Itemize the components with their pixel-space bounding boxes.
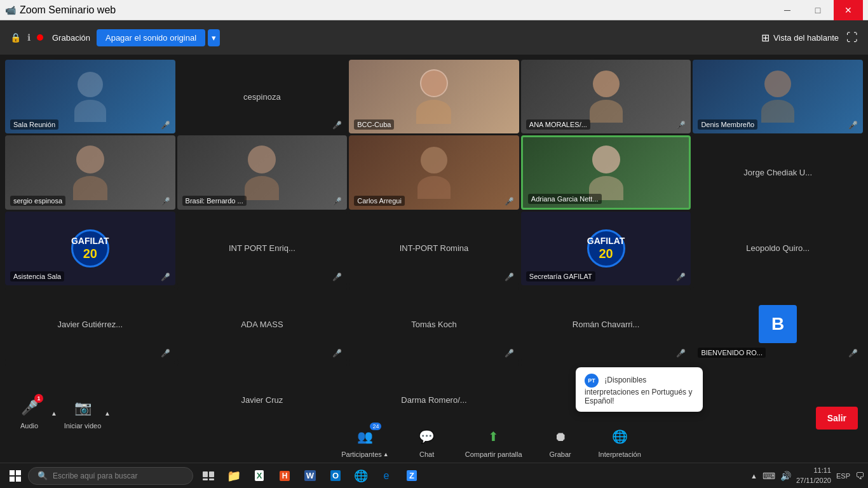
maximize-button[interactable]: □ — [803, 0, 832, 20]
participants-chevron: ▲ — [383, 451, 389, 458]
taskbar-edge-button[interactable]: e — [375, 464, 398, 487]
video-cell-tomas-koch[interactable]: Tomás Koch 🎤 — [349, 287, 519, 361]
video-cell-int-port-romina[interactable]: INT-PORT Romina 🎤 — [349, 212, 519, 285]
taskbar: 🔍 Escribe aquí para buscar 📁 X H W O — [0, 463, 868, 488]
recording-dot — [37, 34, 43, 41]
video-cell-javier-gutierrez[interactable]: Javier Gutiérrez... 🎤 — [5, 287, 175, 361]
bottom-toolbar: 🎤 1 Audio ▲ 📷 Iniciar video ▲ 👥 24 Parti… — [0, 421, 868, 463]
svg-rect-2 — [10, 477, 15, 482]
name-darma-romero: Darma Romero/... — [398, 393, 469, 407]
mute-icon-brasil: 🎤 — [332, 197, 342, 206]
video-cell-asistencia-sala[interactable]: GAFILAT 20 🎤 Asistencia Sala — [5, 212, 175, 285]
mute-icon-sala-reunion: 🎤 — [161, 121, 170, 130]
share-screen-icon: ⬆ — [488, 429, 499, 444]
taskbar-language: ESP — [836, 472, 850, 480]
taskbar-chrome-button[interactable]: 🌐 — [349, 464, 372, 487]
video-cell-bcc-cuba[interactable]: BCC-Cuba — [349, 60, 519, 133]
video-cell-denis-membreno[interactable]: 🎤 Denis Membreño — [693, 60, 863, 133]
search-icon: 🔍 — [37, 471, 48, 480]
mute-icon-cespinoza: 🎤 — [332, 121, 342, 130]
share-screen-label: Compartir pantalla — [465, 451, 522, 458]
camera-icon: 📷 — [74, 400, 92, 416]
mute-icon-carlos: 🎤 — [505, 197, 514, 206]
video-cell-int-port-enriq[interactable]: INT PORT Enriq... 🎤 — [177, 212, 348, 285]
name-tag-brasil-bernardo: Brasil: Bernardo ... — [182, 196, 247, 206]
participants-icon: 👥 — [357, 429, 373, 444]
close-button[interactable]: ✕ — [834, 0, 863, 20]
video-chevron[interactable]: ▲ — [104, 410, 111, 417]
video-button[interactable]: 📷 Iniciar video — [64, 396, 102, 430]
toolbar-right: ⊞ Vista del hablante ⛶ — [761, 31, 858, 44]
video-cell-ana-morales[interactable]: 🎤 ANA MORALES/... — [521, 60, 691, 133]
video-cell-leopoldo-quiro[interactable]: Leopoldo Quiro... — [693, 212, 863, 285]
participants-label: Participantes — [341, 451, 382, 458]
minimize-button[interactable]: ─ — [773, 0, 802, 20]
name-javier-gutierrez: Javier Gutiérrez... — [55, 317, 126, 332]
svg-rect-4 — [203, 471, 208, 477]
taskbar-excel-button[interactable]: X — [248, 464, 271, 487]
mute-icon-javier-gutierrez: 🎤 — [161, 349, 170, 358]
avatar-b: B — [759, 305, 797, 343]
taskbar-explorer-button[interactable]: 📁 — [222, 464, 245, 487]
interpretation-button[interactable]: 🌐 Interpretación — [599, 425, 641, 458]
name-int-port-romina: INT-PORT Romina — [397, 241, 471, 255]
top-toolbar: 🔒 ℹ Grabación Apagar el sonido original … — [0, 20, 868, 55]
participants-button[interactable]: 👥 24 Participantes ▲ — [341, 425, 389, 458]
video-cell-cespinoza[interactable]: cespinoza 🎤 — [177, 60, 348, 133]
video-cell-carlos-arregui[interactable]: 🎤 Carlos Arregui — [349, 135, 519, 209]
video-cell-bienvenido-ro[interactable]: B 🎤 BIENVENIDO RO... — [693, 287, 863, 361]
taskbar-word-button[interactable]: W — [299, 464, 322, 487]
video-cell-sala-reunion[interactable]: 🎤 Sala Reunión — [5, 60, 175, 133]
svg-rect-6 — [203, 478, 208, 480]
mute-icon-ada-mass: 🎤 — [332, 349, 342, 358]
share-screen-button[interactable]: ⬆ Compartir pantalla — [465, 425, 522, 458]
titlebar: 📹 Zoom Seminario web ─ □ ✕ — [0, 0, 868, 20]
video-cell-ada-mass[interactable]: ADA MASS 🎤 — [177, 287, 348, 361]
taskbar-search-box[interactable]: 🔍 Escribe aquí para buscar — [28, 467, 193, 485]
mute-original-button[interactable]: Apagar el sonido original — [97, 29, 205, 46]
audio-section: 🎤 1 Audio ▲ — [10, 396, 57, 430]
taskbar-chevron-up[interactable]: ▲ — [750, 472, 757, 480]
taskbar-outlook-button[interactable]: O — [324, 464, 347, 487]
titlebar-controls: ─ □ ✕ — [773, 0, 863, 20]
video-cell-jorge-chediak[interactable]: Jorge Chediak U... — [693, 135, 863, 209]
taskbar-zoom-button[interactable]: Z — [400, 464, 423, 487]
mute-icon-sergio: 🎤 — [161, 197, 170, 206]
vista-hablante-button[interactable]: ⊞ Vista del hablante — [761, 32, 839, 44]
taskbar-notification-icon[interactable]: 🗨 — [855, 471, 864, 481]
video-cell-adriana-garcia[interactable]: Adriana Garcia Nett... — [521, 135, 691, 209]
taskbar-office-button[interactable]: H — [273, 464, 296, 487]
mute-icon-ana-morales: 🎤 — [676, 121, 686, 130]
mute-icon-int-port-enriq: 🎤 — [332, 273, 342, 281]
recording-label: Grabación — [52, 33, 90, 43]
tooltip-text: ¡Disponibles interpretaciones en Portugu… — [585, 376, 692, 405]
taskbar-right: ▲ ⌨ 🔊 11:11 27/11/2020 ESP 🗨 — [750, 466, 864, 485]
video-cell-roman-chavarri[interactable]: Román Chavarri... 🎤 — [521, 287, 691, 361]
windows-start-button[interactable] — [4, 464, 27, 487]
video-grid: 🎤 Sala Reunión cespinoza 🎤 BCC-Cuba 🎤 AN… — [0, 55, 868, 442]
interpretation-tooltip: PT ¡Disponibles interpretaciones en Port… — [576, 367, 703, 412]
name-tag-sergio-espinosa: sergio espinosa — [10, 196, 65, 206]
salir-button[interactable]: Salir — [816, 407, 858, 430]
name-tag-ana-morales: ANA MORALES/... — [526, 119, 590, 130]
taskbar-search-placeholder: Escribe aquí para buscar — [53, 471, 137, 480]
video-cell-sergio-espinosa[interactable]: 🎤 sergio espinosa — [5, 135, 175, 209]
chat-button[interactable]: 💬 Chat — [408, 425, 446, 458]
audio-label: Audio — [20, 422, 38, 430]
taskbar-volume-icon[interactable]: 🔊 — [780, 471, 791, 481]
tooltip-pt-badge: PT — [585, 374, 599, 388]
video-cell-brasil-bernardo[interactable]: 🎤 Brasil: Bernardo ... — [177, 135, 348, 209]
record-button[interactable]: ⏺ Grabar — [541, 425, 580, 458]
name-int-port-enriq: INT PORT Enriq... — [226, 241, 298, 255]
audio-chevron[interactable]: ▲ — [51, 410, 57, 417]
name-tag-denis-membreno: Denis Membreño — [698, 119, 757, 130]
audio-button[interactable]: 🎤 1 Audio — [10, 396, 48, 430]
mute-dropdown-button[interactable]: ▾ — [208, 29, 220, 46]
video-section: 📷 Iniciar video ▲ — [64, 396, 111, 430]
video-cell-secretaria-gafilat[interactable]: GAFILAT 20 🎤 Secretaría GAFILAT — [521, 212, 691, 285]
gafilat-logo-asistencia: GAFILAT 20 — [71, 229, 109, 268]
taskbar-taskview-button[interactable] — [197, 464, 220, 487]
titlebar-left: 📹 Zoom Seminario web — [5, 4, 116, 16]
mute-icon-asistencia: 🎤 — [161, 273, 170, 281]
fullscreen-button[interactable]: ⛶ — [846, 31, 858, 44]
